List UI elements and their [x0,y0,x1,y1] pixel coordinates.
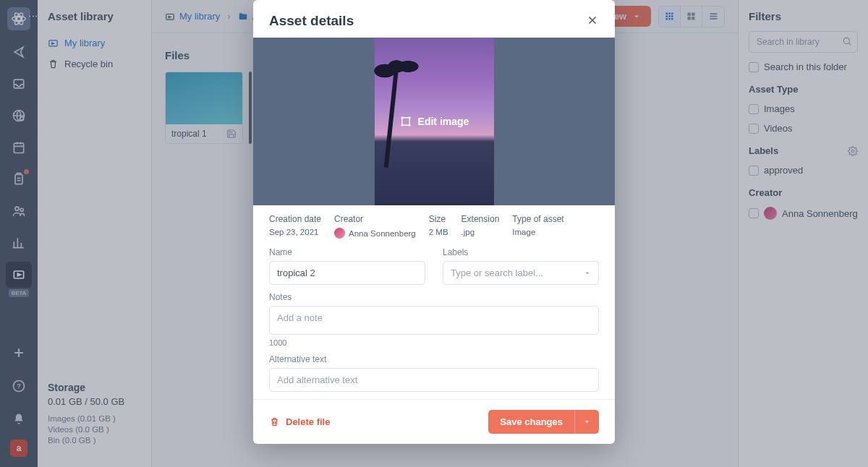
meta-creator-label: Creator [334,214,416,224]
meta-type-label: Type of asset [512,214,563,224]
alt-input[interactable] [269,368,599,392]
meta-date-label: Creation date [269,214,321,224]
modal-footer: Delete file Save changes [253,399,615,444]
alt-label: Alternative text [269,354,599,364]
delete-file-button[interactable]: Delete file [269,416,330,427]
notes-counter: 1000 [269,338,599,347]
meta-ext-label: Extension [461,214,500,224]
asset-form: Name Labels Type or search label... Note… [253,244,615,399]
meta-date-value: Sep 23, 2021 [269,228,321,236]
modal-overlay: Asset details Edit image Creation dateSe… [0,0,868,467]
asset-preview: Edit image [253,38,615,205]
labels-select[interactable]: Type or search label... [443,261,599,285]
meta-size-label: Size [429,214,448,224]
delete-file-label: Delete file [286,416,330,427]
modal-title: Asset details [269,13,354,29]
save-dropdown-button[interactable] [574,410,599,434]
asset-details-modal: Asset details Edit image Creation dateSe… [253,0,615,444]
notes-input[interactable] [269,306,599,335]
name-input[interactable] [269,261,425,285]
notes-label: Notes [269,292,599,302]
asset-meta: Creation dateSep 23, 2021 CreatorAnna So… [253,205,615,244]
labels-label: Labels [443,247,599,257]
close-icon[interactable] [586,14,599,29]
meta-ext-value: .jpg [461,228,500,236]
meta-creator-value: Anna Sonnenberg [334,228,416,239]
meta-type-value: Image [512,228,563,236]
labels-placeholder: Type or search label... [451,267,543,278]
edit-image-button[interactable]: Edit image [399,115,469,128]
meta-size-value: 2 MB [429,228,448,236]
chevron-down-icon [584,270,591,277]
name-label: Name [269,247,425,257]
svg-rect-33 [401,118,409,126]
edit-image-label: Edit image [418,116,469,127]
save-button[interactable]: Save changes [488,410,574,434]
